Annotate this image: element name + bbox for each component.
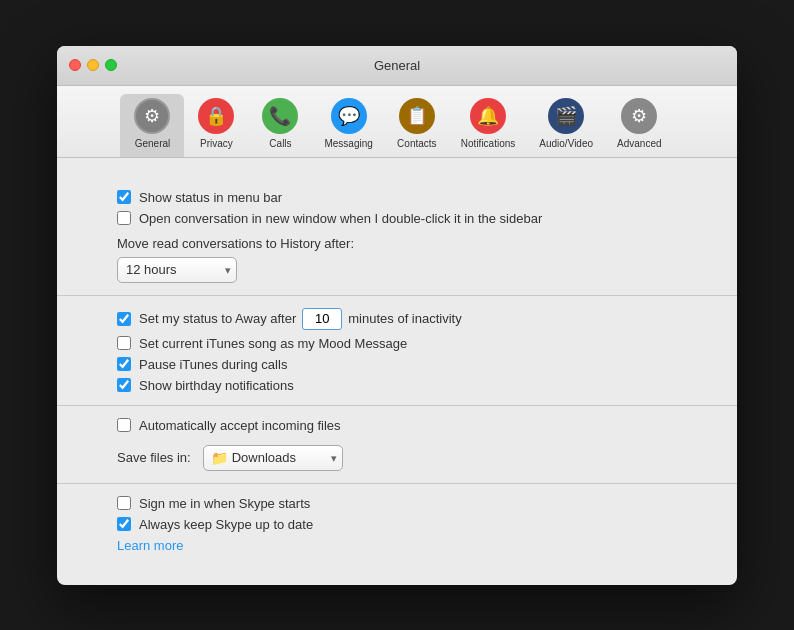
away-prefix-label: Set my status to Away after <box>139 311 296 326</box>
auto-accept-checkbox[interactable] <box>117 418 131 432</box>
privacy-icon: 🔒 <box>198 98 234 134</box>
itunes-mood-row: Set current iTunes song as my Mood Messa… <box>117 336 677 351</box>
minimize-button[interactable] <box>87 59 99 71</box>
away-status-checkbox[interactable] <box>117 312 131 326</box>
tab-calls-label: Calls <box>269 138 291 149</box>
keep-updated-label: Always keep Skype up to date <box>139 517 313 532</box>
maximize-button[interactable] <box>105 59 117 71</box>
away-minutes-input[interactable] <box>302 308 342 330</box>
pause-itunes-row: Pause iTunes during calls <box>117 357 677 372</box>
titlebar: General <box>57 46 737 86</box>
history-dropdown-label: Move read conversations to History after… <box>117 236 677 251</box>
tab-advanced[interactable]: ⚙ Advanced <box>605 94 673 157</box>
section-status: Show status in menu bar Open conversatio… <box>57 178 737 296</box>
tab-messaging-label: Messaging <box>324 138 372 149</box>
section-startup: Sign me in when Skype starts Always keep… <box>57 484 737 565</box>
save-files-row: Save files in: 📁 Downloads Desktop Docum… <box>117 445 677 471</box>
itunes-mood-checkbox[interactable] <box>117 336 131 350</box>
general-icon: ⚙ <box>134 98 170 134</box>
tab-general-label: General <box>135 138 171 149</box>
open-conversation-row: Open conversation in new window when I d… <box>117 211 677 226</box>
advanced-icon: ⚙ <box>621 98 657 134</box>
auto-accept-label: Automatically accept incoming files <box>139 418 341 433</box>
downloads-dropdown-wrapper: 📁 Downloads Desktop Documents Other... ▾ <box>203 445 343 471</box>
toolbar: ⚙ General 🔒 Privacy 📞 Calls 💬 Messaging … <box>57 86 737 158</box>
birthday-label: Show birthday notifications <box>139 378 294 393</box>
show-status-checkbox[interactable] <box>117 190 131 204</box>
open-conversation-label: Open conversation in new window when I d… <box>139 211 542 226</box>
show-status-label: Show status in menu bar <box>139 190 282 205</box>
traffic-lights <box>69 59 117 71</box>
sign-in-label: Sign me in when Skype starts <box>139 496 310 511</box>
away-suffix-label: minutes of inactivity <box>348 311 461 326</box>
pause-itunes-checkbox[interactable] <box>117 357 131 371</box>
tab-advanced-label: Advanced <box>617 138 661 149</box>
history-dropdown[interactable]: Never 1 hour 3 hours 6 hours 12 hours 1 … <box>117 257 237 283</box>
tab-general[interactable]: ⚙ General <box>120 94 184 157</box>
contacts-icon: 📋 <box>399 98 435 134</box>
tab-notifications[interactable]: 🔔 Notifications <box>449 94 527 157</box>
section-files: Automatically accept incoming files Save… <box>57 406 737 484</box>
tab-calls[interactable]: 📞 Calls <box>248 94 312 157</box>
history-dropdown-wrapper: Never 1 hour 3 hours 6 hours 12 hours 1 … <box>117 257 237 283</box>
tab-contacts[interactable]: 📋 Contacts <box>385 94 449 157</box>
messaging-icon: 💬 <box>331 98 367 134</box>
tab-privacy[interactable]: 🔒 Privacy <box>184 94 248 157</box>
section-away: Set my status to Away after minutes of i… <box>57 296 737 406</box>
tab-contacts-label: Contacts <box>397 138 436 149</box>
show-status-row: Show status in menu bar <box>117 190 677 205</box>
close-button[interactable] <box>69 59 81 71</box>
calls-icon: 📞 <box>262 98 298 134</box>
save-files-label: Save files in: <box>117 450 191 465</box>
tab-notifications-label: Notifications <box>461 138 515 149</box>
tab-audiovideo-label: Audio/Video <box>539 138 593 149</box>
downloads-dropdown[interactable]: Downloads Desktop Documents Other... <box>203 445 343 471</box>
keep-updated-checkbox[interactable] <box>117 517 131 531</box>
sign-in-checkbox[interactable] <box>117 496 131 510</box>
pause-itunes-label: Pause iTunes during calls <box>139 357 287 372</box>
away-status-row: Set my status to Away after minutes of i… <box>117 308 677 330</box>
notifications-icon: 🔔 <box>470 98 506 134</box>
keep-updated-row: Always keep Skype up to date <box>117 517 677 532</box>
tab-messaging[interactable]: 💬 Messaging <box>312 94 384 157</box>
window-title: General <box>374 58 420 73</box>
birthday-checkbox[interactable] <box>117 378 131 392</box>
learn-more-link[interactable]: Learn more <box>117 538 677 553</box>
audiovideo-icon: 🎬 <box>548 98 584 134</box>
itunes-mood-label: Set current iTunes song as my Mood Messa… <box>139 336 407 351</box>
open-conversation-checkbox[interactable] <box>117 211 131 225</box>
content-area: Show status in menu bar Open conversatio… <box>57 158 737 585</box>
tab-privacy-label: Privacy <box>200 138 233 149</box>
birthday-row: Show birthday notifications <box>117 378 677 393</box>
sign-in-row: Sign me in when Skype starts <box>117 496 677 511</box>
tab-audiovideo[interactable]: 🎬 Audio/Video <box>527 94 605 157</box>
auto-accept-row: Automatically accept incoming files <box>117 418 677 433</box>
main-window: General ⚙ General 🔒 Privacy 📞 Calls 💬 Me… <box>57 46 737 585</box>
toolbar-items: ⚙ General 🔒 Privacy 📞 Calls 💬 Messaging … <box>120 94 673 157</box>
